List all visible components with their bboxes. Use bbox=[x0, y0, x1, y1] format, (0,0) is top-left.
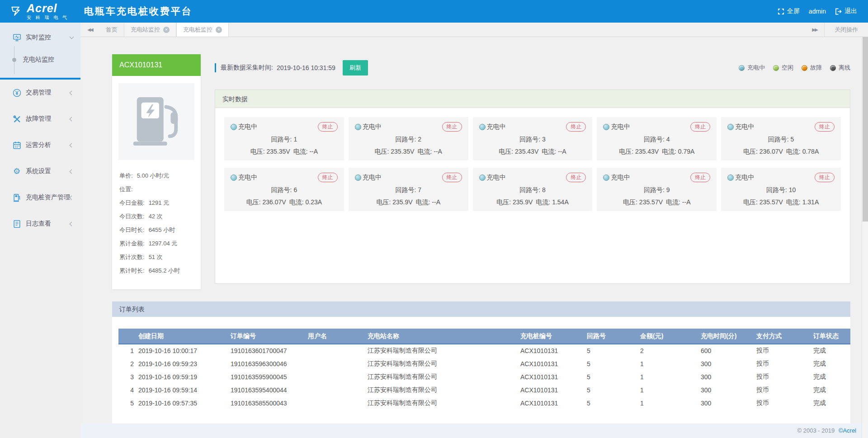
charging-status-dot-icon bbox=[231, 174, 237, 181]
subitem-dot-icon bbox=[12, 58, 16, 62]
terminate-button[interactable]: 终止 bbox=[690, 173, 710, 182]
sidebar-item-transaction-management[interactable]: 交易管理 bbox=[0, 80, 80, 106]
sidebar-item-log-view[interactable]: 日志查看 bbox=[0, 211, 80, 237]
terminate-button[interactable]: 终止 bbox=[318, 122, 338, 132]
orders-panel: 创建日期 订单编号 用户名 充电站名称 充电桩编号 回路号 金额(元) 充电时间… bbox=[112, 317, 850, 424]
tab-close-icon[interactable]: × bbox=[216, 27, 222, 33]
sidebar-item-operation-analysis[interactable]: 运营分析 bbox=[0, 132, 80, 158]
table-row: 52019-10-16 09:57:351910163585500043 江苏安… bbox=[118, 396, 850, 410]
circuit-status-label: 充电中 bbox=[611, 123, 630, 131]
circuit-status-label: 充电中 bbox=[238, 123, 257, 131]
terminate-button[interactable]: 终止 bbox=[318, 173, 338, 182]
logo-text: Acrel bbox=[27, 3, 69, 14]
stat-total-duration: 累计时长:6485.2 小时 bbox=[119, 264, 197, 278]
charging-pile-image-box bbox=[118, 83, 194, 160]
circuit-grid: 充电中 终止 回路号: 1 电压: 235.35V 电流: --A 充电中 终止… bbox=[215, 108, 850, 220]
footer: © 2003 - 2019 ©Acrel bbox=[80, 424, 868, 438]
charging-status-dot-icon bbox=[479, 174, 486, 181]
fault-dot-icon bbox=[802, 65, 807, 71]
username[interactable]: admin bbox=[809, 8, 826, 15]
voltage-current: 电压: 235.43V 电流: 0.79A bbox=[603, 148, 710, 156]
tabs-scroll-left-button[interactable]: ◀◀ bbox=[80, 23, 99, 37]
fullscreen-icon bbox=[778, 8, 784, 15]
charging-status-dot-icon bbox=[355, 124, 361, 130]
collect-time-label: 最新数据采集时间: bbox=[221, 64, 273, 72]
circuit-number: 回路号: 2 bbox=[355, 136, 462, 144]
chevron-left-icon bbox=[70, 195, 74, 200]
col-charge-minutes: 充电时间(分) bbox=[697, 329, 753, 344]
legend-offline: 离线 bbox=[830, 64, 850, 72]
circuit-number: 回路号: 1 bbox=[231, 136, 338, 144]
content-area: ACX1010131 单价:5.00 小时/元 bbox=[80, 37, 868, 438]
circuit-card: 充电中 终止 回路号: 8 电压: 235.9V 电流: 1.54A bbox=[473, 168, 593, 211]
station-title: ACX1010131 bbox=[112, 54, 201, 76]
charging-pile-big-icon bbox=[129, 94, 184, 149]
circuit-status-label: 充电中 bbox=[487, 123, 506, 131]
stat-unit-price: 单价:5.00 小时/元 bbox=[119, 169, 197, 183]
circuit-card: 充电中 终止 回路号: 4 电压: 235.43V 电流: 0.79A bbox=[597, 117, 717, 160]
circuit-card: 充电中 终止 回路号: 6 电压: 236.07V 电流: 0.23A bbox=[224, 168, 344, 211]
voltage-current: 电压: 236.07V 电流: 0.78A bbox=[727, 148, 835, 156]
brand-link[interactable]: ©Acrel bbox=[839, 427, 856, 434]
idle-dot-icon bbox=[773, 65, 779, 71]
sidebar-item-station-monitoring[interactable]: 充电站监控 bbox=[0, 48, 80, 71]
transaction-yen-icon bbox=[12, 89, 22, 97]
terminate-button[interactable]: 终止 bbox=[566, 173, 586, 182]
sidebar-item-system-settings[interactable]: ⚙ 系统设置 bbox=[0, 158, 80, 184]
refresh-button[interactable]: 刷新 bbox=[343, 60, 368, 75]
orders-title-bar: 订单列表 bbox=[112, 301, 850, 317]
stat-location: 位置: bbox=[119, 183, 197, 196]
logout-button[interactable]: 退出 bbox=[835, 7, 857, 15]
sidebar-item-pile-asset-management[interactable]: 充电桩资产管理 bbox=[0, 184, 80, 211]
stat-total-count: 累计次数:51 次 bbox=[119, 250, 197, 264]
col-create-date: 创建日期 bbox=[135, 329, 227, 344]
stat-today-count: 今日次数:42 次 bbox=[119, 210, 197, 223]
terminate-button[interactable]: 终止 bbox=[442, 173, 462, 182]
col-pay-method: 支付方式 bbox=[753, 329, 810, 344]
station-stats: 单价:5.00 小时/元 位置: 今日金额:1291 元 今日次数:42 次 今… bbox=[112, 165, 201, 278]
table-row: 22019-10-16 09:59:231910163596300046 江苏安… bbox=[118, 357, 850, 370]
charging-status-dot-icon bbox=[355, 174, 361, 181]
voltage-current: 电压: 236.07V 电流: 0.23A bbox=[231, 198, 338, 207]
collect-time-value: 2019-10-16 10:31:59 bbox=[277, 64, 335, 71]
sidebar-active-section: 实时监控 充电站监控 bbox=[0, 23, 80, 80]
tabs-scroll-right-button[interactable]: ▶▶ bbox=[805, 27, 824, 32]
station-panel: ACX1010131 单价:5.00 小时/元 bbox=[112, 54, 201, 289]
realtime-data-panel: 实时数据 充电中 终止 回路号: 1 电压: 235.35V 电流: --A 充… bbox=[215, 89, 850, 284]
table-row: 32019-10-16 09:59:191910163595900045 江苏安… bbox=[118, 370, 850, 383]
chevron-left-icon bbox=[70, 221, 74, 226]
circuit-card: 充电中 终止 回路号: 10 电压: 235.57V 电流: 1.31A bbox=[721, 168, 841, 211]
sidebar-item-fault-management[interactable]: 故障管理 bbox=[0, 106, 80, 132]
voltage-current: 电压: 235.57V 电流: --A bbox=[603, 198, 710, 207]
terminate-button[interactable]: 终止 bbox=[442, 122, 462, 132]
tab-station-monitoring[interactable]: 充电站监控 × bbox=[124, 23, 176, 37]
stat-today-duration: 今日时长:6455 小时 bbox=[119, 223, 197, 237]
sidebar-item-realtime-monitoring[interactable]: 实时监控 bbox=[0, 27, 80, 48]
circuit-number: 回路号: 10 bbox=[727, 186, 835, 194]
scrollbar-track[interactable] bbox=[862, 37, 868, 438]
tab-pile-monitoring[interactable]: 充电桩监控 × bbox=[176, 23, 229, 37]
chevron-left-icon bbox=[70, 90, 74, 95]
tab-close-icon[interactable]: × bbox=[163, 27, 170, 33]
close-operations-button[interactable]: 关闭操作 bbox=[824, 23, 868, 37]
terminate-button[interactable]: 终止 bbox=[815, 122, 835, 132]
stat-today-amount: 今日金额:1291 元 bbox=[119, 196, 197, 210]
terminate-button[interactable]: 终止 bbox=[690, 122, 710, 132]
voltage-current: 电压: 235.57V 电流: 1.31A bbox=[727, 198, 835, 207]
circuit-number: 回路号: 4 bbox=[603, 136, 710, 144]
table-row: 12019-10-16 10:00:171910163601700047 江苏安… bbox=[118, 344, 850, 357]
copyright-text: © 2003 - 2019 bbox=[797, 427, 835, 434]
accent-bar bbox=[215, 63, 216, 72]
scrollbar-thumb[interactable] bbox=[863, 37, 868, 221]
orders-tbody: 12019-10-16 10:00:171910163601700047 江苏安… bbox=[118, 344, 850, 410]
fullscreen-button[interactable]: 全屏 bbox=[778, 7, 800, 15]
terminate-button[interactable]: 终止 bbox=[566, 122, 586, 132]
terminate-button[interactable]: 终止 bbox=[815, 173, 835, 182]
circuit-status-label: 充电中 bbox=[735, 123, 754, 131]
col-order-no: 订单编号 bbox=[227, 329, 304, 344]
circuit-status-label: 充电中 bbox=[611, 174, 630, 182]
tab-home[interactable]: 首页 bbox=[99, 23, 124, 37]
charging-status-dot-icon bbox=[727, 174, 734, 181]
circuit-card: 充电中 终止 回路号: 7 电压: 235.9V 电流: --A bbox=[349, 168, 468, 211]
circuit-number: 回路号: 5 bbox=[727, 136, 835, 144]
